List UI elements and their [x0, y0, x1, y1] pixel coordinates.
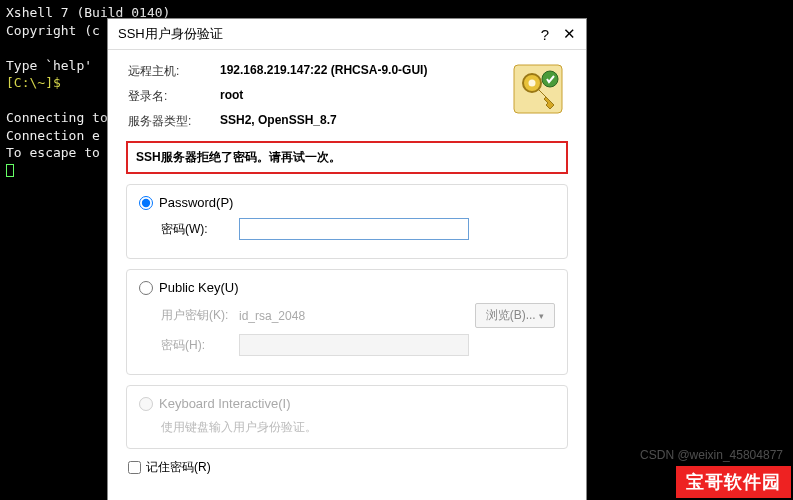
password-input[interactable] [239, 218, 469, 240]
dialog-title: SSH用户身份验证 [118, 25, 223, 43]
server-type-label: 服务器类型: [128, 110, 218, 133]
keyboard-radio [139, 397, 153, 411]
help-button[interactable]: ? [541, 26, 549, 43]
passphrase-input [239, 334, 469, 356]
prompt: [C:\~]$ [6, 75, 61, 90]
keyboard-group: Keyboard Interactive(I) 使用键盘输入用户身份验证。 [126, 385, 568, 449]
site-badge: 宝哥软件园 [676, 466, 791, 498]
publickey-radio[interactable] [139, 281, 153, 295]
password-radio-label: Password(P) [159, 195, 233, 210]
publickey-group: Public Key(U) 用户密钥(K): id_rsa_2048 浏览(B)… [126, 269, 568, 375]
svg-point-2 [529, 80, 536, 87]
connection-info: 远程主机: 192.168.219.147:22 (RHCSA-9.0-GUI)… [126, 58, 568, 135]
watermark-text: CSDN @weixin_45804877 [640, 448, 783, 462]
userkey-name: id_rsa_2048 [239, 307, 467, 325]
ssh-auth-dialog: SSH用户身份验证 ? ✕ 远程主机: 192.168.219.147:22 (… [107, 18, 587, 500]
cursor-block [6, 164, 14, 177]
userkey-label: 用户密钥(K): [161, 307, 231, 324]
remember-password-checkbox[interactable] [128, 461, 141, 474]
svg-point-3 [542, 71, 558, 87]
error-message-box: SSH服务器拒绝了密码。请再试一次。 [126, 141, 568, 174]
login-label: 登录名: [128, 85, 218, 108]
keyboard-radio-label: Keyboard Interactive(I) [159, 396, 291, 411]
password-group: Password(P) 密码(W): [126, 184, 568, 259]
remember-password-label: 记住密码(R) [146, 459, 211, 476]
close-button[interactable]: ✕ [563, 25, 576, 43]
keyboard-note: 使用键盘输入用户身份验证。 [161, 419, 555, 436]
password-field-label: 密码(W): [161, 221, 231, 238]
passphrase-label: 密码(H): [161, 337, 231, 354]
browse-button[interactable]: 浏览(B)... ▾ [475, 303, 555, 328]
publickey-radio-label: Public Key(U) [159, 280, 238, 295]
host-label: 远程主机: [128, 60, 218, 83]
key-icon [512, 63, 564, 115]
dialog-titlebar: SSH用户身份验证 ? ✕ [108, 19, 586, 50]
password-radio[interactable] [139, 196, 153, 210]
error-message: SSH服务器拒绝了密码。请再试一次。 [136, 150, 341, 164]
